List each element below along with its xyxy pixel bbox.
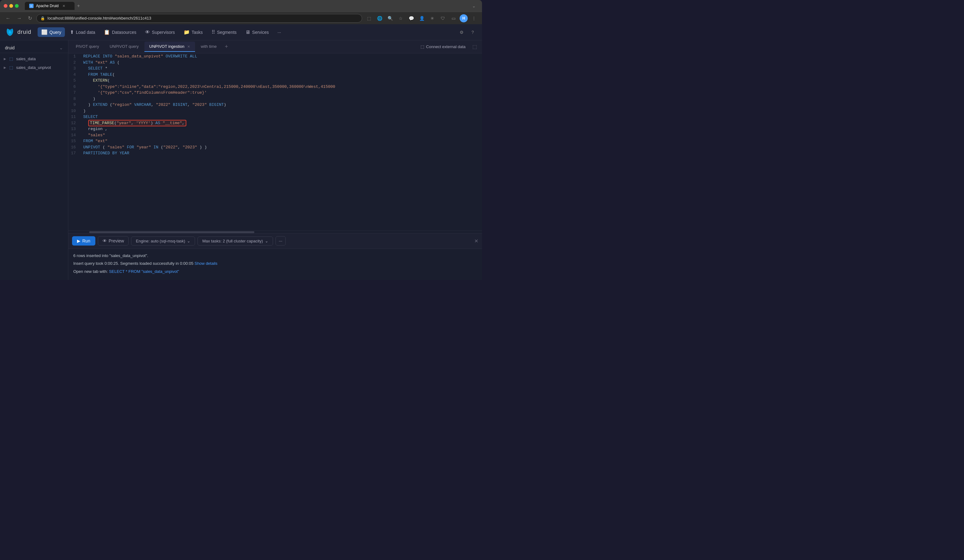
nav-item-segments[interactable]: ⠿ Segments [208,27,240,37]
tab-close-icon[interactable]: ✕ [62,4,65,8]
output-line-3: Open new tab with: SELECT * FROM "sales_… [73,268,477,275]
show-details-link[interactable]: Show details [194,261,217,266]
preview-icon: 👁 [103,239,107,243]
add-tab-button[interactable]: + [222,42,231,51]
traffic-lights [4,4,19,8]
output-area: 6 rows inserted into "sales_data_unpivot… [68,248,482,280]
nav-item-supervisors[interactable]: 👁 Supervisors [141,28,179,37]
code-line-9: 9 ) EXTEND ("region" VARCHAR, "2022" BIG… [68,102,482,108]
nav-item-more[interactable]: ··· [274,28,285,37]
tab-bar: D Apache Druid ✕ + [25,2,82,10]
new-tab-button[interactable]: + [75,2,82,9]
lock-icon: 🔒 [41,16,45,21]
open-new-tab-link[interactable]: SELECT * FROM "sales_data_unpivot" [109,269,179,274]
druid-logo-icon [5,27,15,37]
browser-chrome: D Apache Druid ✕ + ⌄ ← → ↻ 🔒 localhost:8… [0,0,482,24]
druid-logo-text: druid [17,29,31,36]
extension1-icon[interactable]: 💬 [407,14,415,23]
content-area: druid ⌄ ▶ ⬚ sales_data ▶ ⬚ sales_data_un… [0,41,482,280]
close-toolbar-button[interactable]: ✕ [474,238,478,244]
app-nav: druid ⬜ Query ⬆ Load data 📋 Datasources … [0,24,482,41]
minimize-window-button[interactable] [9,4,13,8]
search-icon[interactable]: 🔍 [386,14,394,23]
connect-icon: ⬚ [420,44,424,49]
url-text: localhost:8888/unified-console.html#work… [47,16,151,21]
sidebar-expand-icon[interactable]: ⌄ [59,45,63,50]
back-button[interactable]: ← [4,14,12,22]
close-window-button[interactable] [4,4,7,8]
nav-item-tasks[interactable]: 📁 Tasks [180,27,207,37]
code-line-14: 14 "sales" [68,132,482,138]
code-line-17: 17 PARTITIONED BY YEAR [68,150,482,156]
browser-menu-icon[interactable]: ⋮ [470,14,478,23]
code-line-7: 7 '{"type":"csv","findColumnsFromHeader"… [68,90,482,96]
editor-expand-button[interactable]: ⬚ [470,42,480,51]
sidebar-toggle-icon[interactable]: ▭ [449,14,458,23]
sidebar-header: druid ⌄ [0,43,68,53]
tab-close-button[interactable]: ✕ [187,45,190,49]
tab-with-time[interactable]: with time [195,42,221,52]
code-line-3: 3 SELECT * [68,65,482,72]
code-line-15: 15 FROM "ext" [68,138,482,144]
output-line-2: Insert query took 0:00:25. Segments load… [73,260,477,267]
chevron-right-icon-2: ▶ [4,66,6,69]
profile-avatar[interactable]: H [460,14,468,22]
max-tasks-button[interactable]: Max tasks: 2 (full cluster capacity) ⌄ [197,237,273,245]
code-editor[interactable]: 1 REPLACE INTO "sales_data_unpivot" OVER… [68,54,482,230]
code-line-2: 2 WITH "ext" AS ( [68,60,482,66]
forward-button[interactable]: → [15,14,24,22]
browser-toolbar-icons: ⬚ 🌐 🔍 ☆ 💬 👤 ✳ 🛡 ▭ H ⋮ [365,14,478,23]
tasks-icon: 📁 [184,29,190,35]
tab-unpivot-ingestion[interactable]: UNPIVOT ingestion ✕ [145,42,195,52]
browser-toolbar: ← → ↻ 🔒 localhost:8888/unified-console.h… [0,12,482,24]
horizontal-scrollbar[interactable] [68,230,482,233]
code-line-1: 1 REPLACE INTO "sales_data_unpivot" OVER… [68,54,482,60]
tab-pivot-query[interactable]: PIVOT query [71,42,104,52]
sidebar-table-name-2: sales_data_unpivot [16,65,51,70]
nav-item-query[interactable]: ⬜ Query [37,27,65,37]
query-icon: ⬜ [41,29,47,35]
tab-unpivot-query[interactable]: UNPIVOT query [105,42,144,52]
extension3-icon[interactable]: ✳ [428,14,436,23]
nav-item-load-data[interactable]: ⬆ Load data [66,27,99,37]
sidebar-item-sales-data[interactable]: ▶ ⬚ sales_data [0,54,68,63]
sidebar-table-name: sales_data [16,57,36,61]
settings-icon[interactable]: ⚙ [457,28,466,37]
external-link-icon[interactable]: ⬚ [365,14,373,23]
refresh-button[interactable]: ↻ [26,14,34,22]
code-line-13: 13 region , [68,126,482,132]
address-bar[interactable]: 🔒 localhost:8888/unified-console.html#wo… [36,14,362,23]
bottom-toolbar: ▶ Run 👁 Preview Engine: auto (sql-msq-ta… [68,233,482,248]
extension2-icon[interactable]: 👤 [417,14,426,23]
help-icon[interactable]: ? [468,28,477,37]
bookmark-icon[interactable]: ☆ [396,14,405,23]
supervisors-icon: 👁 [145,29,150,35]
nav-item-datasources[interactable]: 📋 Datasources [100,27,140,37]
chevron-right-icon: ▶ [4,57,6,60]
preview-button[interactable]: 👁 Preview [98,236,129,245]
engine-selector-button[interactable]: Engine: auto (sql-msq-task) ⌄ [131,237,195,245]
sidebar-title: druid [5,45,15,50]
translate-icon[interactable]: 🌐 [375,14,384,23]
browser-tab-active[interactable]: D Apache Druid ✕ [25,2,75,10]
druid-logo: druid [5,27,31,37]
more-options-button[interactable]: ··· [275,236,286,245]
sidebar-item-sales-data-unpivot[interactable]: ▶ ⬚ sales_data_unpivot [0,63,68,72]
code-line-4: 4 FROM TABLE( [68,72,482,78]
maximize-window-button[interactable] [15,4,19,8]
code-line-12: 12 TIME_PARSE("year", 'YYYY') AS "__time… [68,120,482,127]
code-line-6: 6 '{"type":"inline","data":"region,2022,… [68,84,482,90]
datasources-icon: 📋 [104,29,110,35]
window-expand-icon[interactable]: ⌄ [470,2,478,10]
connect-external-data-button[interactable]: ⬚ Connect external data [417,43,469,50]
nav-item-services[interactable]: 🖥 Services [242,28,273,37]
chevron-down-icon-2: ⌄ [265,239,268,243]
run-button[interactable]: ▶ Run [72,236,95,245]
tab-title: Apache Druid [36,4,59,8]
browser-titlebar: D Apache Druid ✕ + ⌄ [0,0,482,12]
code-line-16: 16 UNPIVOT ( "sales" FOR "year" IN ("202… [68,144,482,151]
extension4-icon[interactable]: 🛡 [438,14,447,23]
services-icon: 🖥 [245,29,250,35]
editor-area: PIVOT query UNPIVOT query UNPIVOT ingest… [68,41,482,280]
load-data-icon: ⬆ [70,29,74,35]
